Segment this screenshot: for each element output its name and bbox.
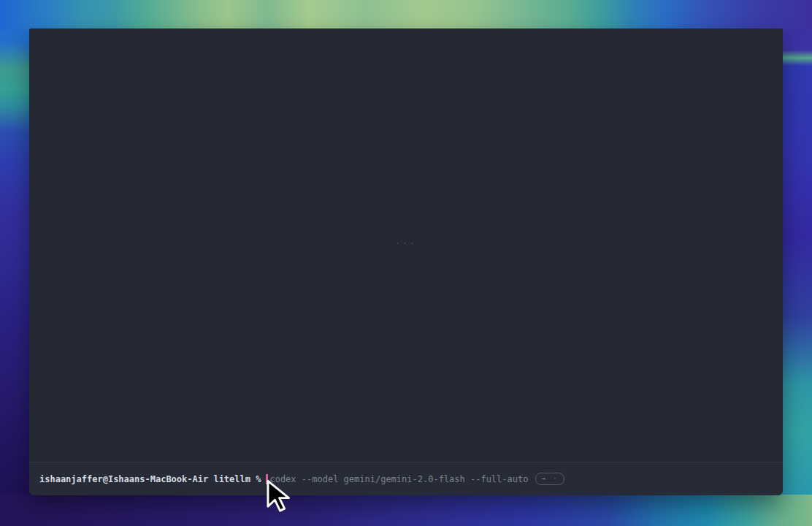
desktop: ... ishaanjaffer@Ishaans-MacBook-Air lit…: [0, 0, 812, 526]
accept-suggestion-hint: → ·: [535, 473, 564, 485]
terminal-window[interactable]: ... ishaanjaffer@Ishaans-MacBook-Air lit…: [29, 28, 783, 495]
autosuggestion-text: codex --model gemini/gemini-2.0-flash --…: [269, 474, 528, 484]
terminal-output-area[interactable]: ...: [29, 28, 783, 462]
shell-prompt: ishaanjaffer@Ishaans-MacBook-Air litellm…: [39, 474, 261, 484]
text-cursor: [266, 474, 268, 484]
wallpaper-gradient-bottom: [0, 495, 812, 526]
wallpaper-gradient-left: [0, 0, 32, 526]
terminal-input-line[interactable]: ishaanjaffer@Ishaans-MacBook-Air litellm…: [29, 462, 783, 495]
loading-indicator: ...: [395, 236, 418, 246]
wallpaper-gradient-top: [0, 0, 812, 30]
wallpaper-gradient-right: [780, 0, 812, 526]
